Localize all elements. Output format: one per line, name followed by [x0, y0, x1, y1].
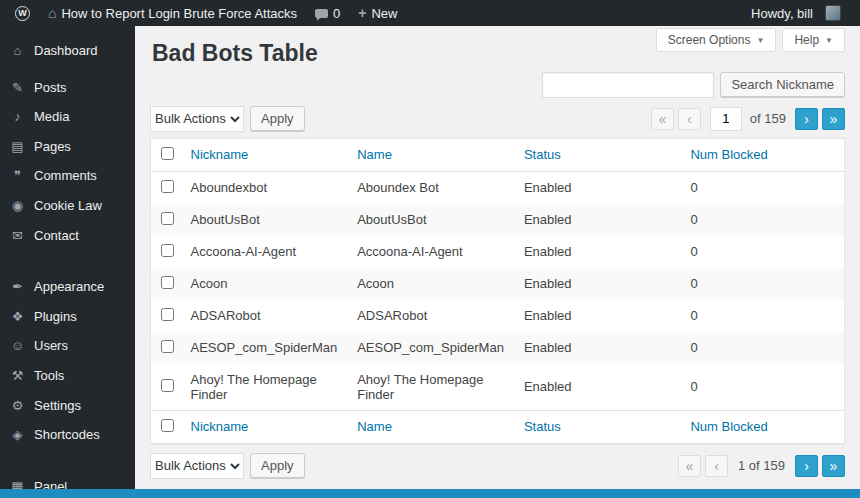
apply-button[interactable]: Apply — [250, 106, 305, 131]
cell-num-blocked: 0 — [680, 204, 844, 236]
cell-nickname: Accoona-AI-Agent — [181, 236, 348, 268]
sidebar-item-posts[interactable]: Posts — [0, 73, 135, 103]
current-page-input[interactable] — [710, 107, 742, 131]
prev-page-button[interactable]: ‹ — [678, 108, 701, 130]
first-page-button-bottom[interactable]: « — [678, 455, 701, 477]
comment-count: 0 — [333, 6, 340, 21]
bots-table-body: Aboundexbot Aboundex Bot Enabled 0 About… — [151, 171, 845, 410]
wordpress-logo-glyph: W — [15, 6, 30, 21]
sidebar-item-contact[interactable]: Contact — [0, 221, 135, 251]
footer-column-header-status[interactable]: Status — [524, 419, 561, 434]
cell-status: Enabled — [514, 236, 681, 268]
select-all-checkbox-footer[interactable] — [161, 419, 174, 432]
cell-status: Enabled — [514, 300, 681, 332]
sidebar-item-dashboard[interactable]: Dashboard — [0, 36, 135, 66]
last-page-button-bottom[interactable]: » — [822, 455, 845, 477]
bottom-strip — [0, 489, 860, 498]
shortcodes-icon — [10, 427, 25, 443]
new-content-link[interactable]: + New — [349, 0, 406, 26]
pages-icon — [10, 139, 25, 155]
bots-table: Nickname Name Status Num Blocked Abounde… — [150, 138, 845, 444]
sidebar-item-plugins[interactable]: Plugins — [0, 302, 135, 332]
appearance-icon — [10, 279, 25, 295]
comment-bubble-icon — [315, 9, 328, 18]
sidebar-item-appearance[interactable]: Appearance — [0, 272, 135, 302]
bulk-actions-top: Bulk Actions Apply — [150, 106, 305, 132]
home-icon: ⌂ — [48, 6, 56, 20]
sidebar-item-comments[interactable]: Comments — [0, 161, 135, 191]
sidebar-item-media[interactable]: Media — [0, 102, 135, 132]
chevron-down-icon: ▼ — [825, 36, 833, 45]
sidebar-item-pages[interactable]: Pages — [0, 132, 135, 162]
pagination-top: « ‹ of 159 › » — [651, 107, 845, 131]
comments-link[interactable]: 0 — [306, 0, 349, 26]
sidebar-item-tools[interactable]: Tools — [0, 361, 135, 391]
footer-column-header-num-blocked[interactable]: Num Blocked — [690, 419, 767, 434]
admin-bar-right: Howdy, bill — [742, 0, 850, 26]
avatar — [825, 5, 841, 21]
cell-name: Aboundex Bot — [347, 171, 514, 204]
table-row: Aboundexbot Aboundex Bot Enabled 0 — [151, 171, 845, 204]
column-header-num-blocked[interactable]: Num Blocked — [690, 147, 767, 162]
row-checkbox[interactable] — [161, 212, 174, 225]
table-nav-bottom: Bulk Actions Apply « ‹ 1 of 159 › » — [150, 453, 845, 479]
cell-num-blocked: 0 — [680, 236, 844, 268]
column-header-name[interactable]: Name — [357, 147, 392, 162]
row-checkbox[interactable] — [161, 379, 174, 392]
column-header-status[interactable]: Status — [524, 147, 561, 162]
screen-meta: Screen Options ▼ Help ▼ — [656, 28, 845, 52]
cell-num-blocked: 0 — [680, 300, 844, 332]
sidebar-item-shortcodes[interactable]: Shortcodes — [0, 420, 135, 450]
prev-page-button-bottom[interactable]: ‹ — [705, 455, 728, 477]
cookie-law-icon — [10, 198, 25, 214]
bulk-actions-select-bottom[interactable]: Bulk Actions — [150, 453, 244, 479]
cell-status: Enabled — [514, 332, 681, 364]
table-header-row: Nickname Name Status Num Blocked — [151, 138, 845, 171]
new-content-label: New — [371, 6, 397, 21]
apply-button-bottom[interactable]: Apply — [250, 453, 305, 478]
footer-column-header-name[interactable]: Name — [357, 419, 392, 434]
table-row: AESOP_com_SpiderMan AESOP_com_SpiderMan … — [151, 332, 845, 364]
wordpress-logo-icon[interactable]: W — [6, 0, 39, 26]
screen-options-button[interactable]: Screen Options ▼ — [656, 28, 777, 52]
row-checkbox[interactable] — [161, 244, 174, 257]
bulk-actions-bottom: Bulk Actions Apply — [150, 453, 305, 479]
next-page-button-bottom[interactable]: › — [795, 455, 818, 477]
column-header-nickname[interactable]: Nickname — [191, 147, 249, 162]
dashboard-icon — [10, 43, 25, 59]
cell-nickname: AboutUsBot — [181, 204, 348, 236]
search-input[interactable] — [542, 72, 714, 98]
row-checkbox[interactable] — [161, 180, 174, 193]
contact-icon — [10, 228, 25, 244]
cell-name: ADSARobot — [347, 300, 514, 332]
cell-status: Enabled — [514, 204, 681, 236]
page-body: Dashboard Posts Media Pages Comments Coo… — [0, 26, 860, 498]
search-nickname-button[interactable]: Search Nickname — [720, 72, 845, 97]
media-icon — [10, 109, 25, 125]
total-pages-label: of 159 — [750, 111, 786, 126]
footer-column-header-nickname[interactable]: Nickname — [191, 419, 249, 434]
cell-status: Enabled — [514, 364, 681, 411]
bulk-actions-select[interactable]: Bulk Actions — [150, 106, 244, 132]
my-account-link[interactable]: Howdy, bill — [742, 0, 850, 26]
row-checkbox[interactable] — [161, 276, 174, 289]
sidebar-item-settings[interactable]: Settings — [0, 391, 135, 421]
next-page-button[interactable]: › — [795, 108, 818, 130]
last-page-button[interactable]: » — [822, 108, 845, 130]
row-checkbox[interactable] — [161, 340, 174, 353]
select-all-checkbox[interactable] — [161, 147, 174, 160]
table-row: Acoon Acoon Enabled 0 — [151, 268, 845, 300]
sidebar-item-cookie-law[interactable]: Cookie Law — [0, 191, 135, 221]
plugins-icon — [10, 309, 25, 325]
chevron-down-icon: ▼ — [756, 36, 764, 45]
cell-num-blocked: 0 — [680, 268, 844, 300]
sidebar-item-users[interactable]: Users — [0, 331, 135, 361]
table-row: ADSARobot ADSARobot Enabled 0 — [151, 300, 845, 332]
help-button[interactable]: Help ▼ — [782, 28, 845, 52]
site-name-link[interactable]: ⌂ How to Report Login Brute Force Attack… — [39, 0, 306, 26]
help-label: Help — [794, 33, 819, 47]
posts-icon — [10, 80, 25, 96]
first-page-button[interactable]: « — [651, 108, 674, 130]
row-checkbox[interactable] — [161, 308, 174, 321]
page-position-label: 1 of 159 — [738, 458, 785, 473]
